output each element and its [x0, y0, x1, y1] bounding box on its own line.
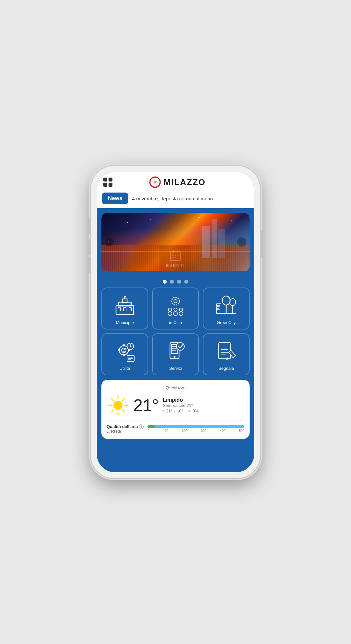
- aq-scale: 0 100 200 300 400 500: [148, 429, 244, 433]
- svg-rect-39: [216, 304, 221, 314]
- svg-point-24: [124, 296, 126, 298]
- svg-rect-25: [118, 308, 121, 311]
- segnala-label: Segnala: [218, 366, 234, 371]
- carousel-next-button[interactable]: →: [237, 237, 246, 247]
- svg-point-68: [176, 342, 184, 350]
- svg-point-78: [167, 386, 168, 388]
- svg-point-3: [127, 222, 128, 223]
- emblem-icon: ⚜: [149, 176, 161, 188]
- service-greencity[interactable]: GreenCity: [203, 288, 250, 329]
- svg-rect-27: [129, 308, 132, 311]
- svg-rect-36: [174, 312, 177, 315]
- weather-location: Milazzo: [107, 385, 244, 390]
- svg-rect-38: [179, 312, 183, 315]
- news-ticker: News 4 novembre, deposta corona al monu: [97, 193, 254, 208]
- svg-text:⚜: ⚜: [153, 180, 157, 185]
- svg-point-37: [179, 308, 183, 311]
- rain-icon: [187, 409, 191, 413]
- aq-info-icon[interactable]: i: [139, 424, 144, 429]
- air-quality-section: Qualità dell'aria i Discreta 0 100 200: [107, 424, 244, 434]
- dot-2[interactable]: [170, 280, 174, 284]
- carousel-dots: [101, 276, 250, 288]
- phone-frame: ⚜ MILAZZO News 4 novembre, deposta coron…: [91, 166, 260, 478]
- main-content: ← →: [97, 208, 254, 472]
- weather-condition: Limpido: [163, 397, 244, 403]
- weather-sun-icon: [107, 394, 129, 417]
- svg-rect-75: [228, 350, 236, 358]
- weather-range: ↑ 21° ↓ 18° 0%: [163, 409, 244, 414]
- svg-rect-9: [218, 229, 225, 258]
- service-grid: Municipio: [101, 288, 250, 375]
- aq-label-area: Qualità dell'aria i Discreta: [107, 424, 144, 434]
- aq-label: Qualità dell'aria i: [107, 424, 144, 429]
- svg-point-32: [174, 300, 177, 303]
- dot-1[interactable]: [163, 280, 167, 284]
- svg-point-5: [198, 217, 200, 218]
- dot-4[interactable]: [184, 280, 188, 284]
- svg-rect-7: [202, 226, 210, 258]
- svg-rect-70: [219, 342, 230, 359]
- svg-rect-52: [123, 354, 125, 356]
- svg-rect-42: [217, 308, 218, 309]
- service-utilita[interactable]: Utilità: [101, 333, 148, 375]
- svg-point-69: [174, 356, 176, 358]
- svg-marker-76: [226, 357, 230, 360]
- svg-line-85: [123, 410, 124, 412]
- svg-line-87: [111, 410, 113, 412]
- svg-rect-41: [219, 305, 220, 307]
- svg-line-86: [123, 399, 124, 401]
- weather-main: 21° Limpido Sembra che 21° ↑ 21° ↓ 18° 0…: [107, 394, 244, 417]
- incitta-icon: [164, 294, 187, 317]
- utilita-icon: [113, 340, 136, 363]
- svg-rect-20: [116, 305, 134, 315]
- svg-point-46: [230, 299, 236, 306]
- greencity-icon: [215, 294, 238, 317]
- incitta-label: in Città: [169, 320, 182, 325]
- service-municipio[interactable]: Municipio: [101, 288, 148, 329]
- location-icon: [165, 385, 170, 390]
- carousel-prev-button[interactable]: ←: [105, 237, 114, 247]
- logo-area: ⚜ MILAZZO: [116, 176, 239, 188]
- app-title: MILAZZO: [163, 177, 206, 187]
- svg-point-4: [150, 219, 151, 220]
- news-text: 4 novembre, deposta corona al monu: [132, 196, 213, 201]
- svg-point-6: [231, 221, 232, 221]
- dot-3[interactable]: [177, 280, 181, 284]
- svg-rect-53: [118, 349, 120, 351]
- greencity-label: GreenCity: [217, 320, 236, 325]
- weather-divider: [107, 421, 244, 421]
- svg-rect-40: [217, 305, 218, 307]
- news-badge: News: [102, 193, 128, 204]
- phone-screen: ⚜ MILAZZO News 4 novembre, deposta coron…: [97, 172, 254, 472]
- svg-rect-8: [212, 219, 217, 258]
- segnala-icon: [215, 340, 238, 363]
- carousel-image: ← →: [101, 213, 250, 271]
- svg-rect-51: [123, 344, 125, 346]
- svg-point-44: [222, 296, 230, 305]
- service-incitta[interactable]: in Città: [152, 288, 199, 329]
- weather-feels-like: Sembra che 21°: [163, 403, 244, 408]
- aq-status: Discreta: [107, 429, 144, 434]
- app-header: ⚜ MILAZZO: [97, 172, 254, 193]
- svg-point-31: [172, 297, 179, 305]
- svg-line-84: [111, 399, 113, 401]
- city-lights-overlay: [101, 213, 250, 271]
- svg-rect-26: [124, 308, 126, 311]
- service-segnala[interactable]: Segnala: [203, 333, 250, 375]
- svg-rect-43: [219, 308, 220, 309]
- svg-point-33: [168, 308, 172, 311]
- aq-bar-area: 0 100 200 300 400 500: [148, 425, 244, 433]
- carousel: ← →: [101, 213, 250, 271]
- temperature-display: 21°: [133, 397, 159, 414]
- location-name: Milazzo: [171, 385, 186, 390]
- svg-point-35: [174, 308, 177, 311]
- menu-icon[interactable]: [103, 178, 112, 187]
- servizi-label: Servizi: [169, 366, 182, 371]
- aq-bar-fill: [148, 425, 155, 428]
- weather-card: Milazzo 2: [101, 380, 250, 439]
- svg-point-79: [113, 401, 123, 410]
- aq-bar-track: [148, 425, 244, 428]
- service-servizi[interactable]: Servizi: [152, 333, 199, 375]
- municipio-label: Municipio: [116, 320, 134, 325]
- utilita-label: Utilità: [120, 366, 130, 371]
